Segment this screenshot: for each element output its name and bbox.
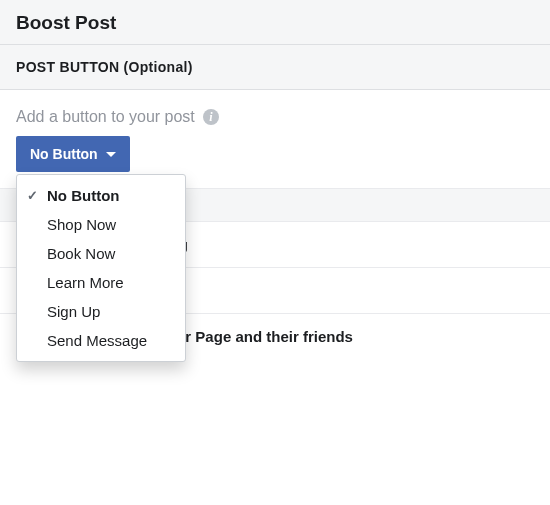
dropdown-option-label: Sign Up — [47, 303, 100, 320]
dropdown-selected-label: No Button — [30, 146, 98, 162]
button-type-dropdown-menu: ✓ No Button ✓ Shop Now ✓ Book Now ✓ Lear… — [16, 174, 186, 362]
dialog-header: Boost Post — [0, 0, 550, 45]
dropdown-option-no-button[interactable]: ✓ No Button — [17, 181, 185, 210]
button-type-dropdown-trigger[interactable]: No Button — [16, 136, 130, 172]
dropdown-option-label: No Button — [47, 187, 119, 204]
button-type-dropdown: No Button ✓ No Button ✓ Shop Now ✓ Book … — [16, 136, 130, 172]
dropdown-option-label: Book Now — [47, 245, 115, 262]
dropdown-option-send-message[interactable]: ✓ Send Message — [17, 326, 185, 355]
dropdown-option-sign-up[interactable]: ✓ Sign Up — [17, 297, 185, 326]
hint-row: Add a button to your post i — [16, 108, 534, 126]
dropdown-option-shop-now[interactable]: ✓ Shop Now — [17, 210, 185, 239]
post-button-section-title: POST BUTTON (Optional) — [0, 45, 550, 90]
check-icon: ✓ — [27, 188, 41, 203]
caret-down-icon — [106, 152, 116, 157]
dialog-title: Boost Post — [16, 12, 534, 34]
dropdown-option-label: Send Message — [47, 332, 147, 349]
post-button-section-body: Add a button to your post i No Button ✓ … — [0, 90, 550, 172]
dropdown-option-label: Learn More — [47, 274, 124, 291]
dropdown-option-learn-more[interactable]: ✓ Learn More — [17, 268, 185, 297]
dropdown-option-label: Shop Now — [47, 216, 116, 233]
dropdown-option-book-now[interactable]: ✓ Book Now — [17, 239, 185, 268]
hint-text: Add a button to your post — [16, 108, 195, 126]
info-icon[interactable]: i — [203, 109, 219, 125]
